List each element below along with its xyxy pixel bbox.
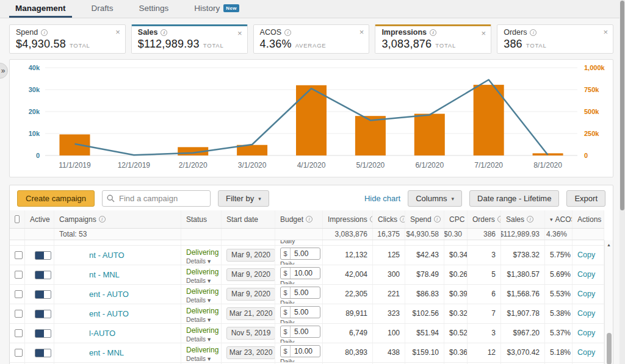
metric-card-acos[interactable]: ACOSi×4.36%AVERAGE — [253, 24, 370, 54]
details-toggle[interactable]: Details ▾ — [186, 257, 216, 265]
row-checkbox[interactable] — [15, 271, 23, 279]
campaign-link[interactable]: ent - MNL — [89, 348, 124, 357]
campaign-link[interactable]: ent - AUTO — [89, 309, 129, 318]
copy-link[interactable]: Copy — [577, 309, 595, 318]
column-header-status[interactable]: Status — [181, 210, 222, 228]
copy-link[interactable]: Copy — [577, 290, 595, 298]
search-input[interactable] — [102, 190, 211, 207]
bar-impressions[interactable] — [355, 116, 386, 155]
column-header-clicks[interactable]: Clicksi — [373, 210, 405, 228]
active-toggle[interactable] — [35, 349, 51, 357]
row-checkbox[interactable] — [15, 329, 23, 337]
column-label: Orders — [472, 215, 495, 224]
copy-link[interactable]: Copy — [577, 270, 595, 279]
metric-card-orders[interactable]: Ordersi×386TOTAL — [497, 24, 613, 54]
start-date-box[interactable]: Mar 9, 2020 — [226, 288, 275, 301]
campaign-link[interactable]: ent - AUTO — [89, 290, 129, 299]
hide-chart-link[interactable]: Hide chart — [364, 194, 400, 203]
budget-input[interactable]: $5.00 — [280, 248, 320, 260]
start-date-box[interactable]: Mar 21, 2020 — [226, 307, 275, 320]
expand-sidebar-button[interactable]: » — [0, 63, 8, 79]
row-checkbox[interactable] — [15, 251, 23, 259]
column-header-budget[interactable]: Budgeti — [275, 210, 323, 228]
row-checkbox[interactable] — [15, 310, 23, 318]
metric-card-spend[interactable]: Spendi×$4,930.58TOTAL — [9, 24, 126, 54]
details-toggle[interactable]: Details ▾ — [186, 277, 216, 284]
tab-drafts[interactable]: Drafts — [85, 0, 120, 18]
details-toggle[interactable]: Details ▾ — [186, 335, 216, 343]
column-header-cpc[interactable]: CPCi — [444, 210, 468, 228]
close-icon[interactable]: × — [237, 29, 242, 37]
start-date-box[interactable]: Mar 9, 2020 — [226, 268, 275, 281]
create-campaign-button[interactable]: Create campaign — [17, 190, 95, 207]
close-icon[interactable]: × — [115, 28, 120, 36]
budget-widget: $5.00Daily — [280, 287, 317, 304]
close-icon[interactable]: × — [482, 29, 486, 37]
column-header-active[interactable]: Active — [25, 210, 54, 228]
budget-input[interactable]: $5.00 — [280, 287, 320, 299]
budget-input[interactable]: $5.00 — [280, 306, 320, 318]
column-header-sales[interactable]: Salesi — [501, 210, 545, 228]
tab-history[interactable]: HistoryNew — [188, 0, 245, 18]
metric-card-impressions[interactable]: Impressionsi×3,083,876TOTAL — [375, 24, 491, 54]
date-range-button[interactable]: Date range - Lifetime — [469, 190, 559, 207]
export-button[interactable]: Export — [566, 190, 605, 207]
sliver-cell — [468, 240, 501, 245]
start-date-box[interactable]: Mar 23, 2020 — [226, 346, 275, 359]
bar-impressions[interactable] — [296, 85, 327, 155]
column-header-orders[interactable]: Ordersi — [468, 210, 501, 228]
left-axis-tick: 10k — [29, 130, 40, 137]
column-header-spend[interactable]: Spendi — [405, 210, 444, 228]
left-axis-tick: 40k — [29, 64, 40, 71]
budget-input[interactable]: $10.00 — [280, 267, 320, 279]
metric-card-sales[interactable]: Salesi×$112,989.93TOTAL — [131, 24, 248, 54]
close-icon[interactable]: × — [603, 28, 608, 36]
column-header-campaigns[interactable]: Campaignsi — [54, 210, 181, 228]
details-toggle[interactable]: Details ▾ — [186, 316, 216, 323]
table-row: nt - MNLDeliveringDetails ▾Mar 9, 2020$1… — [10, 265, 604, 285]
details-toggle[interactable]: Details ▾ — [186, 355, 216, 362]
bar-impressions[interactable] — [59, 134, 90, 155]
campaign-link[interactable]: l-AUTO — [89, 329, 115, 338]
row-checkbox[interactable] — [15, 290, 23, 298]
campaign-link[interactable]: nt - MNL — [89, 270, 120, 279]
copy-link[interactable]: Copy — [577, 329, 595, 337]
column-header-actions[interactable]: Actions — [573, 210, 604, 228]
start-date-box[interactable]: Mar 9, 2020 — [226, 249, 275, 262]
tab-label: Settings — [139, 4, 169, 13]
select-all-checkbox[interactable] — [15, 215, 20, 223]
currency-symbol: $ — [281, 307, 291, 318]
budget-input[interactable]: $10.00 — [280, 345, 320, 357]
column-header-acos[interactable]: ▾ACOSi — [545, 210, 573, 228]
page-scrollbar[interactable] — [620, 0, 625, 364]
table-scrollbar-thumb[interactable] — [607, 333, 612, 364]
tab-management[interactable]: Management — [9, 0, 72, 18]
campaign-link[interactable]: nt - AUTO — [89, 251, 125, 260]
details-toggle[interactable]: Details ▾ — [186, 296, 216, 304]
x-axis-label: 4/1/2020 — [297, 161, 326, 170]
close-icon[interactable]: × — [359, 28, 364, 36]
column-header-start-date[interactable]: Start date — [222, 210, 275, 228]
scroll-up-arrow-icon[interactable]: ▲ — [605, 240, 613, 247]
row-checkbox[interactable] — [15, 349, 23, 357]
row-acos: 5.37% — [545, 324, 573, 343]
start-date-box[interactable]: Nov 5, 2019 — [226, 327, 275, 340]
bar-impressions[interactable] — [414, 114, 445, 155]
table-scrollbar[interactable]: ▲ — [604, 240, 613, 364]
copy-link[interactable]: Copy — [577, 348, 595, 357]
columns-button[interactable]: Columns ▾ — [408, 190, 462, 207]
tab-label: History — [194, 4, 220, 13]
active-toggle[interactable] — [35, 310, 51, 318]
column-header-impressions[interactable]: Impressionsi — [323, 210, 373, 228]
new-badge: New — [223, 4, 239, 12]
active-toggle[interactable] — [35, 271, 51, 279]
active-toggle[interactable] — [35, 329, 51, 338]
page-scrollbar-thumb[interactable] — [620, 1, 624, 210]
active-toggle[interactable] — [35, 290, 51, 299]
copy-link[interactable]: Copy — [577, 251, 595, 259]
bar-impressions[interactable] — [474, 85, 504, 155]
tab-settings[interactable]: Settings — [133, 0, 175, 18]
active-toggle[interactable] — [35, 251, 51, 260]
budget-input[interactable]: $5.00 — [280, 326, 320, 338]
filter-by-button[interactable]: Filter by ▾ — [218, 190, 269, 207]
